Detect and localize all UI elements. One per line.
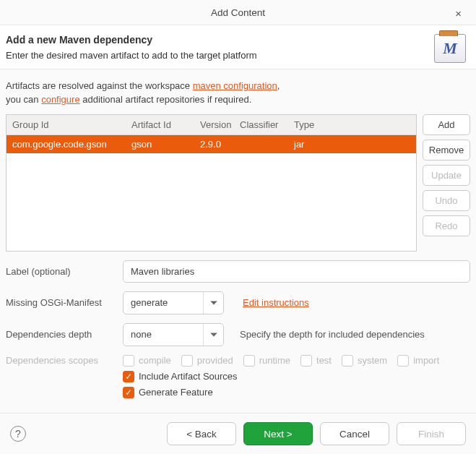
label-input[interactable] xyxy=(123,260,470,283)
manifest-caption: Missing OSGi-Manifest xyxy=(6,297,114,308)
scope-provided-checkbox: provided xyxy=(181,355,233,367)
maven-icon: M xyxy=(434,34,466,63)
finish-button[interactable]: Finish xyxy=(397,422,466,445)
label-caption: Label (optional) xyxy=(6,266,114,277)
undo-button[interactable]: Undo xyxy=(423,190,470,211)
header: Add a new Maven dependency Enter the des… xyxy=(0,25,476,69)
dialog-title: Add Content xyxy=(211,7,265,18)
titlebar: Add Content × xyxy=(0,0,476,25)
col-group-id[interactable]: Group Id xyxy=(7,115,126,135)
col-type[interactable]: Type xyxy=(288,115,416,135)
depth-select[interactable]: none xyxy=(123,323,224,346)
maven-configuration-link[interactable]: maven configuration xyxy=(193,80,277,91)
back-button[interactable]: < Back xyxy=(167,422,236,445)
edit-instructions-link[interactable]: Edit instructions xyxy=(243,297,309,308)
update-button[interactable]: Update xyxy=(423,165,470,186)
include-sources-checkbox[interactable]: Include Artifact Sources xyxy=(123,371,470,382)
depth-hint: Specify the depth for included dependenc… xyxy=(240,329,425,340)
next-button[interactable]: Next > xyxy=(243,422,313,445)
artifact-table[interactable]: Group Id Artifact Id Version Classifier … xyxy=(6,114,417,252)
scope-test-checkbox: test xyxy=(300,355,332,367)
header-title: Add a new Maven dependency xyxy=(6,34,427,46)
col-version[interactable]: Version xyxy=(194,115,234,135)
chevron-down-icon xyxy=(203,324,223,346)
info-text: Artifacts are resolved against the works… xyxy=(0,69,476,114)
col-artifact-id[interactable]: Artifact Id xyxy=(126,115,194,135)
chevron-down-icon xyxy=(203,292,223,314)
help-icon[interactable]: ? xyxy=(10,426,26,442)
generate-feature-checkbox[interactable]: Generate Feature xyxy=(123,387,470,398)
scope-system-checkbox: system xyxy=(342,355,387,367)
scopes-caption: Dependencies scopes xyxy=(6,355,114,366)
col-classifier[interactable]: Classifier xyxy=(234,115,288,135)
close-icon[interactable]: × xyxy=(451,7,466,20)
redo-button[interactable]: Redo xyxy=(423,215,470,236)
scope-import-checkbox: import xyxy=(397,355,439,367)
footer: ? < Back Next > Cancel Finish xyxy=(0,413,476,454)
cancel-button[interactable]: Cancel xyxy=(320,422,389,445)
add-button[interactable]: Add xyxy=(423,114,470,135)
depth-caption: Dependencies depth xyxy=(6,329,114,340)
table-row[interactable]: com.google.code.gson gson 2.9.0 jar xyxy=(7,134,416,153)
header-subtitle: Enter the desired maven artifact to add … xyxy=(6,50,427,61)
scope-compile-checkbox: compile xyxy=(123,355,171,367)
remove-button[interactable]: Remove xyxy=(423,140,470,160)
scope-runtime-checkbox: runtime xyxy=(243,355,290,367)
manifest-select[interactable]: generate xyxy=(123,291,224,314)
configure-link[interactable]: configure xyxy=(41,94,79,105)
